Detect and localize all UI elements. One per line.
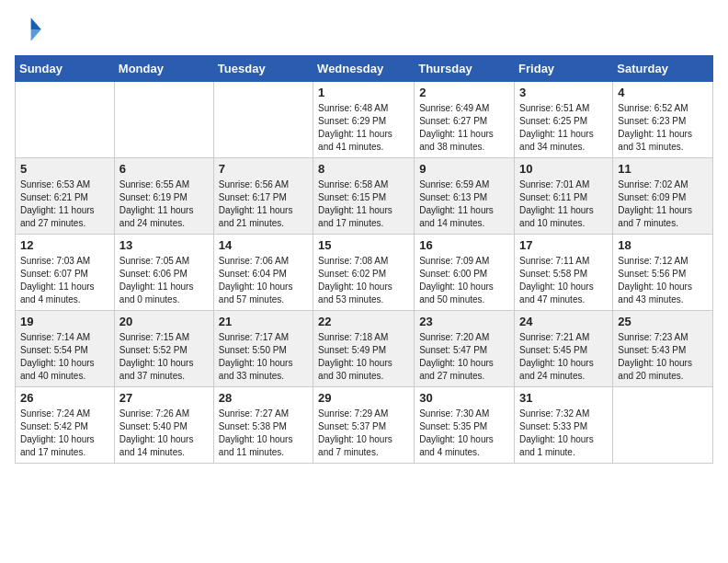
day-info: Sunrise: 7:17 AM Sunset: 5:50 PM Dayligh… <box>219 331 308 383</box>
day-number: 19 <box>20 315 109 328</box>
day-info: Sunrise: 6:52 AM Sunset: 6:23 PM Dayligh… <box>618 102 708 154</box>
calendar-day-cell: 19Sunrise: 7:14 AM Sunset: 5:54 PM Dayli… <box>16 311 115 387</box>
calendar-day-cell: 22Sunrise: 7:18 AM Sunset: 5:49 PM Dayli… <box>313 311 415 387</box>
calendar-day-cell: 10Sunrise: 7:01 AM Sunset: 6:11 PM Dayli… <box>515 158 613 235</box>
day-info: Sunrise: 7:11 AM Sunset: 5:58 PM Dayligh… <box>519 255 608 306</box>
calendar-day-cell: 30Sunrise: 7:30 AM Sunset: 5:35 PM Dayli… <box>415 387 515 464</box>
day-number: 9 <box>419 162 509 176</box>
day-number: 24 <box>519 315 608 328</box>
day-info: Sunrise: 7:15 AM Sunset: 5:52 PM Dayligh… <box>119 331 209 383</box>
day-info: Sunrise: 7:14 AM Sunset: 5:54 PM Dayligh… <box>20 331 109 383</box>
day-info: Sunrise: 6:53 AM Sunset: 6:21 PM Dayligh… <box>20 178 109 230</box>
day-info: Sunrise: 6:48 AM Sunset: 6:29 PM Dayligh… <box>318 102 409 154</box>
day-info: Sunrise: 7:02 AM Sunset: 6:09 PM Dayligh… <box>618 178 708 230</box>
calendar-day-cell: 4Sunrise: 6:52 AM Sunset: 6:23 PM Daylig… <box>613 82 713 158</box>
day-info: Sunrise: 7:09 AM Sunset: 6:00 PM Dayligh… <box>419 255 509 306</box>
page-header <box>15 15 713 44</box>
day-number: 26 <box>20 391 109 405</box>
day-number: 18 <box>618 238 708 252</box>
day-number: 30 <box>419 391 509 405</box>
day-number: 10 <box>519 162 608 176</box>
day-info: Sunrise: 6:59 AM Sunset: 6:13 PM Dayligh… <box>419 178 509 230</box>
calendar-day-cell: 8Sunrise: 6:58 AM Sunset: 6:15 PM Daylig… <box>313 158 415 235</box>
calendar-day-cell: 16Sunrise: 7:09 AM Sunset: 6:00 PM Dayli… <box>415 235 515 311</box>
day-info: Sunrise: 7:18 AM Sunset: 5:49 PM Dayligh… <box>318 331 409 383</box>
calendar-week-row: 12Sunrise: 7:03 AM Sunset: 6:07 PM Dayli… <box>16 235 713 311</box>
day-number: 29 <box>318 391 409 405</box>
day-number: 27 <box>119 391 209 405</box>
day-info: Sunrise: 7:23 AM Sunset: 5:43 PM Dayligh… <box>618 331 708 383</box>
calendar-day-cell: 21Sunrise: 7:17 AM Sunset: 5:50 PM Dayli… <box>213 311 313 387</box>
calendar-day-cell: 2Sunrise: 6:49 AM Sunset: 6:27 PM Daylig… <box>415 82 515 158</box>
day-info: Sunrise: 7:05 AM Sunset: 6:06 PM Dayligh… <box>119 255 209 306</box>
day-info: Sunrise: 7:12 AM Sunset: 5:56 PM Dayligh… <box>618 255 708 306</box>
calendar-week-row: 19Sunrise: 7:14 AM Sunset: 5:54 PM Dayli… <box>16 311 713 387</box>
day-number: 3 <box>519 86 608 99</box>
logo-icon <box>15 15 44 44</box>
day-info: Sunrise: 7:01 AM Sunset: 6:11 PM Dayligh… <box>519 178 608 230</box>
logo <box>15 15 48 44</box>
calendar-table: SundayMondayTuesdayWednesdayThursdayFrid… <box>15 55 713 464</box>
day-info: Sunrise: 7:27 AM Sunset: 5:38 PM Dayligh… <box>219 408 308 459</box>
day-info: Sunrise: 7:08 AM Sunset: 6:02 PM Dayligh… <box>318 255 409 306</box>
calendar-day-cell: 9Sunrise: 6:59 AM Sunset: 6:13 PM Daylig… <box>415 158 515 235</box>
day-number: 15 <box>318 238 409 252</box>
calendar-day-cell: 1Sunrise: 6:48 AM Sunset: 6:29 PM Daylig… <box>313 82 415 158</box>
calendar-week-row: 1Sunrise: 6:48 AM Sunset: 6:29 PM Daylig… <box>16 82 713 158</box>
day-info: Sunrise: 6:58 AM Sunset: 6:15 PM Dayligh… <box>318 178 409 230</box>
calendar-day-cell: 17Sunrise: 7:11 AM Sunset: 5:58 PM Dayli… <box>515 235 613 311</box>
calendar-day-cell: 25Sunrise: 7:23 AM Sunset: 5:43 PM Dayli… <box>613 311 713 387</box>
calendar-day-cell <box>613 387 713 464</box>
calendar-week-row: 5Sunrise: 6:53 AM Sunset: 6:21 PM Daylig… <box>16 158 713 235</box>
day-info: Sunrise: 7:03 AM Sunset: 6:07 PM Dayligh… <box>20 255 109 306</box>
day-header-tuesday: Tuesday <box>213 56 313 82</box>
calendar-day-cell <box>16 82 115 158</box>
day-number: 14 <box>219 238 308 252</box>
day-number: 31 <box>519 391 608 405</box>
calendar-week-row: 26Sunrise: 7:24 AM Sunset: 5:42 PM Dayli… <box>16 387 713 464</box>
calendar-day-cell: 5Sunrise: 6:53 AM Sunset: 6:21 PM Daylig… <box>16 158 115 235</box>
day-header-monday: Monday <box>114 56 213 82</box>
day-number: 16 <box>419 238 509 252</box>
day-number: 25 <box>618 315 708 328</box>
calendar-day-cell: 23Sunrise: 7:20 AM Sunset: 5:47 PM Dayli… <box>415 311 515 387</box>
calendar-day-cell: 27Sunrise: 7:26 AM Sunset: 5:40 PM Dayli… <box>114 387 213 464</box>
day-header-sunday: Sunday <box>16 56 115 82</box>
day-number: 11 <box>618 162 708 176</box>
day-number: 13 <box>119 238 209 252</box>
calendar-day-cell: 6Sunrise: 6:55 AM Sunset: 6:19 PM Daylig… <box>114 158 213 235</box>
calendar-day-cell: 26Sunrise: 7:24 AM Sunset: 5:42 PM Dayli… <box>16 387 115 464</box>
day-number: 7 <box>219 162 308 176</box>
day-info: Sunrise: 7:32 AM Sunset: 5:33 PM Dayligh… <box>519 408 608 459</box>
svg-marker-0 <box>31 17 41 29</box>
day-number: 21 <box>219 315 308 328</box>
day-info: Sunrise: 7:24 AM Sunset: 5:42 PM Dayligh… <box>20 408 109 459</box>
day-number: 17 <box>519 238 608 252</box>
day-info: Sunrise: 7:30 AM Sunset: 5:35 PM Dayligh… <box>419 408 509 459</box>
day-number: 5 <box>20 162 109 176</box>
day-number: 6 <box>119 162 209 176</box>
calendar-day-cell: 12Sunrise: 7:03 AM Sunset: 6:07 PM Dayli… <box>16 235 115 311</box>
day-header-friday: Friday <box>515 56 613 82</box>
day-info: Sunrise: 7:20 AM Sunset: 5:47 PM Dayligh… <box>419 331 509 383</box>
day-info: Sunrise: 7:26 AM Sunset: 5:40 PM Dayligh… <box>119 408 209 459</box>
calendar-header-row: SundayMondayTuesdayWednesdayThursdayFrid… <box>16 56 713 82</box>
calendar-day-cell: 28Sunrise: 7:27 AM Sunset: 5:38 PM Dayli… <box>213 387 313 464</box>
day-number: 12 <box>20 238 109 252</box>
day-number: 1 <box>318 86 409 99</box>
calendar-day-cell: 13Sunrise: 7:05 AM Sunset: 6:06 PM Dayli… <box>114 235 213 311</box>
day-info: Sunrise: 6:49 AM Sunset: 6:27 PM Dayligh… <box>419 102 509 154</box>
day-number: 23 <box>419 315 509 328</box>
calendar-day-cell: 11Sunrise: 7:02 AM Sunset: 6:09 PM Dayli… <box>613 158 713 235</box>
day-number: 28 <box>219 391 308 405</box>
calendar-day-cell: 20Sunrise: 7:15 AM Sunset: 5:52 PM Dayli… <box>114 311 213 387</box>
day-info: Sunrise: 7:21 AM Sunset: 5:45 PM Dayligh… <box>519 331 608 383</box>
calendar-day-cell: 29Sunrise: 7:29 AM Sunset: 5:37 PM Dayli… <box>313 387 415 464</box>
calendar-day-cell: 24Sunrise: 7:21 AM Sunset: 5:45 PM Dayli… <box>515 311 613 387</box>
calendar-day-cell: 31Sunrise: 7:32 AM Sunset: 5:33 PM Dayli… <box>515 387 613 464</box>
day-number: 8 <box>318 162 409 176</box>
day-header-wednesday: Wednesday <box>313 56 415 82</box>
calendar-day-cell <box>114 82 213 158</box>
day-info: Sunrise: 6:51 AM Sunset: 6:25 PM Dayligh… <box>519 102 608 154</box>
day-number: 2 <box>419 86 509 99</box>
